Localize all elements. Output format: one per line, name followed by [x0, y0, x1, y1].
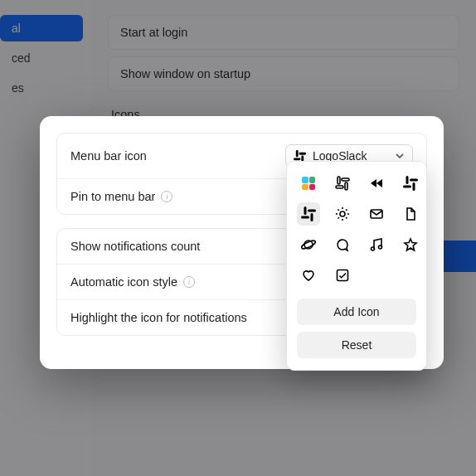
icon-option-gear[interactable] [331, 202, 354, 226]
svg-rect-3 [299, 152, 306, 154]
slack-hash-icon [403, 176, 418, 191]
svg-rect-10 [403, 186, 411, 188]
icon-option-checkbox[interactable] [331, 264, 354, 287]
gear-icon [335, 206, 350, 221]
icon-grid [297, 172, 416, 287]
add-icon-button[interactable]: Add Icon [297, 299, 416, 325]
svg-rect-13 [311, 213, 313, 221]
icon-option-slack-outline[interactable] [331, 172, 354, 195]
rewind-icon [369, 176, 384, 191]
svg-rect-22 [338, 270, 348, 281]
svg-rect-17 [371, 210, 382, 218]
show-notifications-label: Show notifications count [70, 240, 200, 253]
icon-option-heart[interactable] [297, 264, 320, 287]
svg-rect-8 [406, 176, 409, 184]
icon-option-slack-hash[interactable] [399, 172, 422, 195]
checkbox-icon [335, 268, 350, 283]
svg-rect-9 [413, 182, 415, 191]
icon-settings-modal: Menu bar icon LogoSlack Pin to menu bar … [40, 116, 444, 369]
svg-rect-0 [296, 150, 299, 157]
info-icon[interactable]: i [161, 191, 172, 202]
menu-bar-icon-label: Menu bar icon [70, 149, 147, 163]
reset-button[interactable]: Reset [297, 332, 416, 358]
svg-rect-11 [410, 179, 418, 182]
icon-picker-popover: Add Icon Reset [286, 161, 427, 371]
svg-rect-2 [294, 158, 300, 160]
music-icon [369, 237, 384, 252]
icon-option-rewind[interactable] [365, 172, 388, 195]
slack-outline-icon [335, 176, 350, 191]
highlight-icon-label: Highlight the icon for notifications [70, 311, 247, 324]
icon-option-planet[interactable] [297, 233, 320, 256]
heart-icon [301, 268, 316, 283]
svg-point-20 [372, 247, 375, 250]
icon-option-slack-black[interactable] [297, 202, 320, 226]
planet-icon [301, 237, 316, 252]
icon-option-mail[interactable] [365, 202, 388, 226]
star-icon [403, 237, 418, 252]
icon-option-music[interactable] [365, 233, 388, 256]
chat-icon [335, 237, 350, 252]
svg-rect-6 [336, 186, 343, 188]
icon-option-star[interactable] [399, 233, 422, 256]
chevron-down-icon [395, 151, 405, 161]
automatic-icon-style-label: Automatic icon style [70, 275, 177, 289]
svg-point-21 [379, 245, 382, 249]
svg-rect-4 [338, 177, 340, 184]
slack-color-icon [302, 177, 315, 190]
svg-rect-15 [308, 210, 316, 212]
icon-option-chat[interactable] [331, 233, 354, 256]
svg-rect-14 [301, 216, 309, 219]
svg-rect-12 [304, 206, 307, 215]
pin-menu-bar-label: Pin to menu bar [70, 190, 155, 203]
icon-option-document[interactable] [399, 202, 422, 226]
svg-rect-7 [342, 178, 349, 181]
svg-rect-5 [345, 182, 347, 190]
mail-icon [369, 206, 384, 221]
svg-point-16 [340, 211, 345, 216]
document-icon [403, 206, 418, 221]
slack-black-icon [301, 206, 316, 221]
info-icon[interactable]: i [183, 276, 195, 288]
icon-option-slack-color[interactable] [297, 172, 320, 195]
